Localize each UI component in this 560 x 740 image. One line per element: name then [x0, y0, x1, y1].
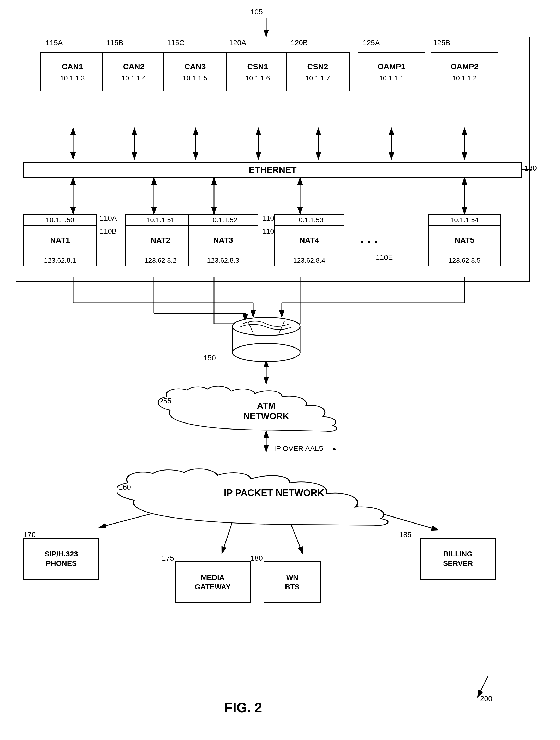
wn-bts-label: WNBTS [284, 570, 301, 594]
router [227, 313, 305, 366]
ref-160: 160 [119, 483, 131, 491]
nat5-label: NAT5 [454, 225, 475, 255]
svg-line-47 [477, 676, 488, 697]
billing-box: BILLINGSERVER [420, 538, 496, 580]
can1-box: CAN1 10.1.1.3 [40, 52, 104, 91]
can3-label: CAN3 [184, 61, 207, 73]
csn2-label: CSN2 [306, 61, 329, 73]
oamp1-box: OAMP1 10.1.1.1 [357, 52, 425, 91]
oamp2-box: OAMP2 10.1.1.2 [431, 52, 498, 91]
nat1-label: NAT1 [49, 225, 71, 255]
diagram: 105 115A 115B 115C 120A 120B 125A 125B C… [0, 0, 560, 740]
ref-105: 105 [250, 8, 263, 16]
ref-110a: 110A [100, 214, 117, 222]
ref-130-line [521, 167, 535, 172]
billing-label: BILLINGSERVER [442, 547, 474, 571]
nat4-ip-top: 10.1.1.53 [275, 215, 344, 225]
sip-box: SIP/H.323PHONES [23, 538, 99, 580]
ref-170: 170 [23, 531, 36, 539]
ref-110b: 110B [100, 227, 117, 236]
csn1-box: CSN1 10.1.1.6 [226, 52, 290, 91]
ref-255: 255 [159, 397, 172, 405]
nat2-ip-bot: 123.62.8.2 [126, 255, 195, 266]
nat3-label: NAT3 [212, 225, 234, 255]
nat4-box: 10.1.1.53 NAT4 123.62.8.4 [274, 214, 344, 266]
media-label: MEDIAGATEWAY [194, 570, 232, 594]
ref-110e: 110E [376, 253, 393, 262]
ip-packet-cloud: IP PACKET NETWORK [117, 465, 431, 533]
nat4-ip-bot: 123.62.8.4 [275, 255, 344, 266]
ip-over-aal5-label: IP OVER AAL5 [274, 444, 338, 453]
ref-125a: 125A [363, 39, 380, 47]
ref-125b: 125B [433, 39, 450, 47]
oamp1-ip: 10.1.1.1 [358, 73, 425, 83]
csn2-ip: 10.1.1.7 [287, 73, 349, 83]
ref-115b: 115B [106, 39, 123, 47]
ref-120a: 120A [229, 39, 246, 47]
can1-ip: 10.1.1.3 [41, 73, 104, 83]
figure-title: FIG. 2 [224, 700, 262, 716]
svg-point-38 [232, 343, 300, 362]
svg-text:IP PACKET NETWORK: IP PACKET NETWORK [224, 487, 324, 498]
aal5-arrow [327, 447, 338, 452]
nat2-label: NAT2 [149, 225, 172, 255]
router-svg [227, 313, 305, 366]
svg-text:NETWORK: NETWORK [243, 411, 289, 421]
ethernet-bar: ETHERNET [23, 162, 522, 178]
can2-label: CAN2 [122, 61, 146, 73]
nat1-box: 10.1.1.50 NAT1 123.62.8.1 [23, 214, 97, 266]
nat5-ip-bot: 123.62.8.5 [429, 255, 500, 266]
csn1-ip: 10.1.1.6 [226, 73, 289, 83]
can2-box: CAN2 10.1.1.4 [102, 52, 166, 91]
oamp1-label: OAMP1 [376, 61, 407, 73]
nat3-box: 10.1.1.52 NAT3 123.62.8.3 [188, 214, 258, 266]
ref-115c: 115C [167, 39, 185, 47]
can1-label: CAN1 [61, 61, 84, 73]
csn1-label: CSN1 [246, 61, 269, 73]
ellipsis-dots: · · · [360, 235, 377, 249]
nat5-box: 10.1.1.54 NAT5 123.62.8.5 [428, 214, 501, 266]
ref-105-arrow [258, 18, 274, 39]
nat3-ip-bot: 123.62.8.3 [189, 255, 257, 266]
sip-label: SIP/H.323PHONES [43, 547, 79, 571]
can2-ip: 10.1.1.4 [103, 73, 165, 83]
wn-bts-box: WNBTS [263, 561, 321, 603]
nat1-ip-bot: 123.62.8.1 [24, 255, 96, 266]
ref-115a: 115A [46, 39, 63, 47]
nat5-ip-top: 10.1.1.54 [429, 215, 500, 225]
ref-175: 175 [162, 554, 174, 562]
can3-box: CAN3 10.1.1.5 [163, 52, 227, 91]
oamp2-ip: 10.1.1.2 [431, 73, 497, 83]
media-box: MEDIAGATEWAY [175, 561, 250, 603]
nat1-ip-top: 10.1.1.50 [24, 215, 96, 225]
ref-180: 180 [250, 554, 263, 562]
can3-ip: 10.1.1.5 [164, 73, 226, 83]
ref-120b: 120B [291, 39, 308, 47]
oamp2-label: OAMP2 [450, 61, 480, 73]
ref-150: 150 [204, 354, 216, 362]
ref-200-arrow [462, 674, 493, 705]
nat4-label: NAT4 [298, 225, 320, 255]
nat2-ip-top: 10.1.1.51 [126, 215, 195, 225]
ref-185: 185 [399, 531, 412, 539]
nat3-ip-top: 10.1.1.52 [189, 215, 257, 225]
csn2-box: CSN2 10.1.1.7 [286, 52, 350, 91]
ethernet-label: ETHERNET [249, 165, 297, 175]
svg-text:ATM: ATM [257, 400, 275, 410]
atm-cloud: ATM NETWORK [156, 381, 376, 439]
nat2-box: 10.1.1.51 NAT2 123.62.8.2 [125, 214, 196, 266]
